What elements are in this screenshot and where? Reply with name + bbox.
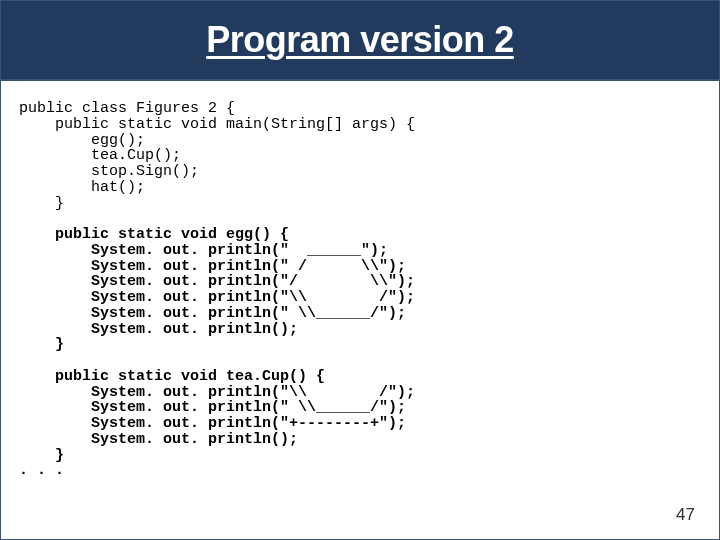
page-number: 47 (676, 505, 695, 525)
slide-title: Program version 2 (206, 19, 514, 61)
code-line-bold: System. out. println("+--------+"); (19, 415, 406, 432)
code-line-bold: System. out. println("\\ /"); (19, 289, 415, 306)
code-line-bold: System. out. println("/ \\"); (19, 273, 415, 290)
code-line-bold: . . . (19, 462, 64, 479)
code-line: hat(); (19, 179, 145, 196)
code-line: egg(); (19, 132, 145, 149)
code-line: public class Figures 2 { (19, 100, 235, 117)
code-line-bold: System. out. println(); (19, 321, 298, 338)
code-line-bold: System. out. println(); (19, 431, 298, 448)
slide: Program version 2 public class Figures 2… (0, 0, 720, 540)
code-line-bold: System. out. println("\\ /"); (19, 384, 415, 401)
code-line-bold: System. out. println(" / \\"); (19, 258, 406, 275)
code-line-bold: public static void tea.Cup() { (19, 368, 325, 385)
code-line: tea.Cup(); (19, 147, 181, 164)
code-line-bold: } (19, 447, 64, 464)
code-line-bold: } (19, 336, 64, 353)
code-line: } (19, 195, 64, 212)
code-line-bold: System. out. println(" \\______/"); (19, 305, 406, 322)
code-line-bold: public static void egg() { (19, 226, 289, 243)
code-line-bold: System. out. println(" ______"); (19, 242, 388, 259)
title-band: Program version 2 (1, 1, 719, 81)
code-block: public class Figures 2 { public static v… (19, 101, 699, 479)
code-line: stop.Sign(); (19, 163, 199, 180)
code-line: public static void main(String[] args) { (19, 116, 415, 133)
code-line-bold: System. out. println(" \\______/"); (19, 399, 406, 416)
